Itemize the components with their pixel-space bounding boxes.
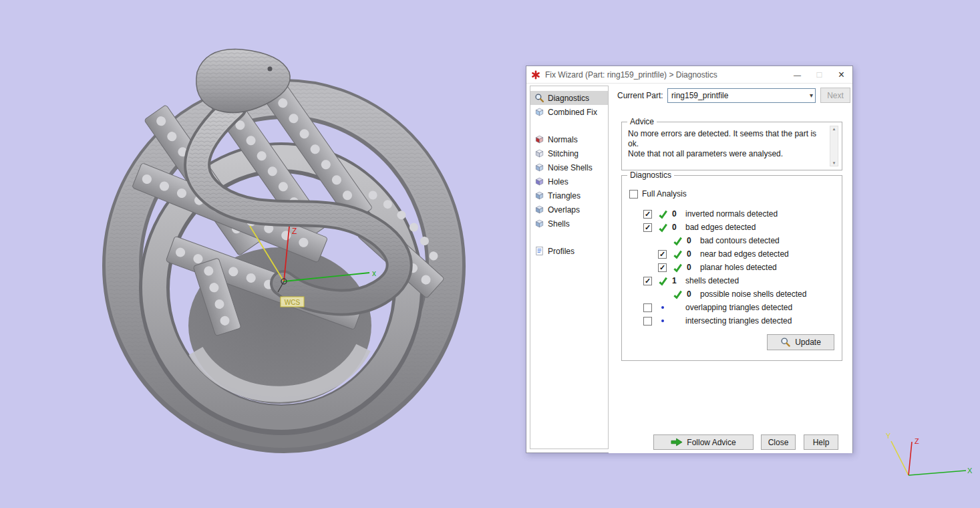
sidebar-item-label: Normals <box>548 135 578 144</box>
diagnostic-checkbox[interactable] <box>643 303 652 312</box>
sidebar-item-noise-shells[interactable]: Noise Shells <box>530 160 608 174</box>
cube-overlaps-icon <box>534 205 544 215</box>
sidebar-item-label: Triangles <box>548 191 581 201</box>
pending-dot-icon <box>658 306 672 309</box>
close-window-button[interactable]: × <box>830 66 852 83</box>
scroll-down-icon[interactable]: ▾ <box>833 160 836 166</box>
diagnostic-count: 0 <box>672 209 685 219</box>
diagnostic-row: 0bad contours detected <box>622 234 842 247</box>
sidebar-item-holes[interactable]: Holes <box>530 174 608 188</box>
sidebar-item-label: Stitching <box>548 149 579 158</box>
orientation-axes: Y Z X <box>880 426 977 493</box>
world-axis-x-label: X <box>967 467 973 475</box>
check-ok-icon <box>673 249 687 259</box>
sidebar-item-normals[interactable]: Normals <box>530 132 608 146</box>
cube-stitching-icon <box>534 148 544 158</box>
cube-holes-icon <box>534 176 544 186</box>
check-ok-icon <box>658 223 672 233</box>
sidebar-item-label: Overlaps <box>548 205 580 215</box>
sidebar-item-diagnostics[interactable]: Diagnostics <box>530 91 608 105</box>
diagnostic-row: ✓1shells detected <box>622 274 842 287</box>
full-analysis-label: Full Analysis <box>642 189 687 199</box>
sidebar-item-label: Noise Shells <box>548 163 593 172</box>
advice-text: No more errors are detected. It seems th… <box>622 122 842 159</box>
diagnostic-label: intersecting triangles detected <box>685 316 792 326</box>
diagnostic-row: ✓0planar holes detected <box>622 261 842 274</box>
diagnostic-count: 0 <box>687 249 700 259</box>
diagnostic-count: 0 <box>687 289 700 299</box>
check-ok-icon <box>673 289 687 299</box>
diagnostic-label: inverted normals detected <box>685 209 778 219</box>
maximize-button[interactable]: □ <box>808 66 830 83</box>
update-button-label: Update <box>795 338 821 347</box>
cube-normals-icon <box>534 134 544 144</box>
diagnostic-checkbox[interactable]: ✓ <box>658 250 667 259</box>
ring-model: Z x WCS <box>0 0 508 508</box>
advice-group-title: Advice <box>627 117 657 126</box>
sidebar: DiagnosticsCombined FixNormalsStitchingN… <box>530 86 609 449</box>
magnifier-icon <box>534 93 544 103</box>
current-part-dropdown[interactable]: ring159_printfile ▾ <box>667 88 816 103</box>
titlebar[interactable]: Fix Wizard (Part: ring159_printfile) > D… <box>526 66 852 84</box>
diagnostic-checkbox[interactable]: ✓ <box>658 263 667 272</box>
scroll-up-icon[interactable]: ▴ <box>833 126 836 132</box>
cube-shells-icon <box>534 219 544 229</box>
help-button[interactable]: Help <box>804 434 838 450</box>
close-button[interactable]: Close <box>761 434 796 450</box>
app-icon <box>531 70 541 80</box>
full-analysis-checkbox[interactable] <box>629 190 638 199</box>
diagnostic-row: ✓0inverted normals detected <box>622 207 842 221</box>
diagnostic-checkbox[interactable]: ✓ <box>643 223 652 232</box>
sidebar-item-label: Shells <box>548 219 570 229</box>
diagnostic-label: bad edges detected <box>685 223 756 232</box>
next-button[interactable]: Next <box>820 88 850 103</box>
world-axis-z-label: Z <box>915 437 919 445</box>
axis-x-label: x <box>372 269 376 278</box>
diagnostic-checkbox[interactable]: ✓ <box>643 210 652 219</box>
diagnostics-group: Diagnostics Full Analysis ✓0inverted nor… <box>621 175 842 361</box>
diagnostic-label: shells detected <box>685 276 739 285</box>
check-ok-icon <box>658 276 672 286</box>
check-ok-icon <box>673 263 687 273</box>
diagnostics-group-title: Diagnostics <box>627 170 674 180</box>
diagnostic-checkbox[interactable]: ✓ <box>643 277 652 285</box>
follow-advice-label: Follow Advice <box>687 438 736 447</box>
diagnostic-label: near bad edges detected <box>700 249 789 259</box>
follow-advice-button[interactable]: Follow Advice <box>653 434 754 450</box>
sidebar-item-stitching[interactable]: Stitching <box>530 146 608 160</box>
axis-z-label: Z <box>292 227 297 236</box>
diagnostic-count: 0 <box>687 263 700 272</box>
chevron-down-icon: ▾ <box>810 92 813 99</box>
sidebar-item-overlaps[interactable]: Overlaps <box>530 203 608 217</box>
sidebar-item-label: Holes <box>548 177 568 186</box>
diagnostic-count: 1 <box>672 276 685 285</box>
diagnostic-checkbox[interactable] <box>643 317 652 326</box>
diagnostic-label: bad contours detected <box>700 236 780 245</box>
green-arrow-icon <box>671 438 683 447</box>
diagnostic-label: overlapping triangles detected <box>685 303 792 312</box>
diagnostic-row: ✓0near bad edges detected <box>622 247 842 261</box>
update-button[interactable]: Update <box>767 334 834 350</box>
world-axis-y-label: Y <box>886 432 891 440</box>
diagnostic-count: 0 <box>672 223 685 232</box>
sidebar-item-shells[interactable]: Shells <box>530 217 608 231</box>
diagnostic-row: overlapping triangles detected <box>622 301 842 314</box>
minimize-button[interactable]: — <box>786 66 808 83</box>
current-part-label: Current Part: <box>617 91 667 100</box>
diagnostics-list: ✓0inverted normals detected✓0bad edges d… <box>622 207 842 328</box>
fix-wizard-window: Fix Wizard (Part: ring159_printfile) > D… <box>526 66 853 453</box>
magnifier-icon <box>780 337 791 348</box>
sidebar-item-label: Diagnostics <box>548 94 589 103</box>
sidebar-item-triangles[interactable]: Triangles <box>530 188 608 203</box>
pending-dot-icon <box>658 320 672 322</box>
profile-doc-icon <box>534 246 544 256</box>
sidebar-item-combined-fix[interactable]: Combined Fix <box>530 105 608 119</box>
advice-group: Advice No more errors are detected. It s… <box>621 122 842 170</box>
diagnostic-label: possible noise shells detected <box>700 289 806 299</box>
dialog-main: Current Part: ring159_printfile ▾ Next A… <box>609 84 852 453</box>
sidebar-item-profiles[interactable]: Profiles <box>530 244 608 258</box>
advice-scrollbar[interactable]: ▴ ▾ <box>830 126 838 166</box>
window-title: Fix Wizard (Part: ring159_printfile) > D… <box>545 70 786 80</box>
check-ok-icon <box>658 209 672 219</box>
cube-triangles-icon <box>534 190 544 201</box>
